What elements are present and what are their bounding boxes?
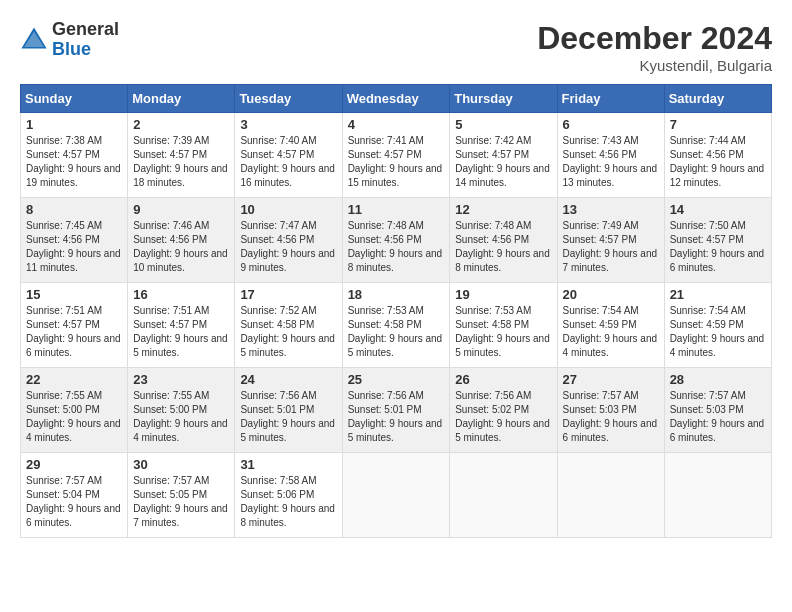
day-number: 4 <box>348 117 445 132</box>
calendar-cell: 3 Sunrise: 7:40 AMSunset: 4:57 PMDayligh… <box>235 113 342 198</box>
logo: General Blue <box>20 20 119 60</box>
calendar-cell: 8 Sunrise: 7:45 AMSunset: 4:56 PMDayligh… <box>21 198 128 283</box>
day-info: Sunrise: 7:51 AMSunset: 4:57 PMDaylight:… <box>26 304 122 360</box>
logo-blue: Blue <box>52 40 119 60</box>
day-info: Sunrise: 7:48 AMSunset: 4:56 PMDaylight:… <box>455 219 551 275</box>
calendar-cell: 18 Sunrise: 7:53 AMSunset: 4:58 PMDaylig… <box>342 283 450 368</box>
calendar-cell: 12 Sunrise: 7:48 AMSunset: 4:56 PMDaylig… <box>450 198 557 283</box>
calendar-cell: 1 Sunrise: 7:38 AMSunset: 4:57 PMDayligh… <box>21 113 128 198</box>
day-number: 10 <box>240 202 336 217</box>
calendar-week-3: 15 Sunrise: 7:51 AMSunset: 4:57 PMDaylig… <box>21 283 772 368</box>
calendar-week-1: 1 Sunrise: 7:38 AMSunset: 4:57 PMDayligh… <box>21 113 772 198</box>
day-number: 18 <box>348 287 445 302</box>
day-info: Sunrise: 7:52 AMSunset: 4:58 PMDaylight:… <box>240 304 336 360</box>
calendar-cell <box>557 453 664 538</box>
day-info: Sunrise: 7:40 AMSunset: 4:57 PMDaylight:… <box>240 134 336 190</box>
calendar-cell: 25 Sunrise: 7:56 AMSunset: 5:01 PMDaylig… <box>342 368 450 453</box>
calendar-cell: 13 Sunrise: 7:49 AMSunset: 4:57 PMDaylig… <box>557 198 664 283</box>
day-info: Sunrise: 7:50 AMSunset: 4:57 PMDaylight:… <box>670 219 766 275</box>
day-info: Sunrise: 7:54 AMSunset: 4:59 PMDaylight:… <box>670 304 766 360</box>
calendar-cell: 29 Sunrise: 7:57 AMSunset: 5:04 PMDaylig… <box>21 453 128 538</box>
day-number: 17 <box>240 287 336 302</box>
logo-icon <box>20 26 48 54</box>
day-number: 31 <box>240 457 336 472</box>
day-number: 21 <box>670 287 766 302</box>
day-info: Sunrise: 7:56 AMSunset: 5:02 PMDaylight:… <box>455 389 551 445</box>
day-number: 13 <box>563 202 659 217</box>
day-number: 20 <box>563 287 659 302</box>
calendar-cell: 31 Sunrise: 7:58 AMSunset: 5:06 PMDaylig… <box>235 453 342 538</box>
day-info: Sunrise: 7:46 AMSunset: 4:56 PMDaylight:… <box>133 219 229 275</box>
weekday-header-thursday: Thursday <box>450 85 557 113</box>
day-number: 28 <box>670 372 766 387</box>
calendar-cell: 19 Sunrise: 7:53 AMSunset: 4:58 PMDaylig… <box>450 283 557 368</box>
day-info: Sunrise: 7:57 AMSunset: 5:03 PMDaylight:… <box>563 389 659 445</box>
weekday-header-sunday: Sunday <box>21 85 128 113</box>
calendar-cell: 27 Sunrise: 7:57 AMSunset: 5:03 PMDaylig… <box>557 368 664 453</box>
calendar-week-5: 29 Sunrise: 7:57 AMSunset: 5:04 PMDaylig… <box>21 453 772 538</box>
calendar-cell: 26 Sunrise: 7:56 AMSunset: 5:02 PMDaylig… <box>450 368 557 453</box>
calendar-cell: 4 Sunrise: 7:41 AMSunset: 4:57 PMDayligh… <box>342 113 450 198</box>
weekday-header-wednesday: Wednesday <box>342 85 450 113</box>
day-info: Sunrise: 7:48 AMSunset: 4:56 PMDaylight:… <box>348 219 445 275</box>
calendar-cell: 14 Sunrise: 7:50 AMSunset: 4:57 PMDaylig… <box>664 198 771 283</box>
day-number: 12 <box>455 202 551 217</box>
day-number: 25 <box>348 372 445 387</box>
day-info: Sunrise: 7:55 AMSunset: 5:00 PMDaylight:… <box>133 389 229 445</box>
day-info: Sunrise: 7:58 AMSunset: 5:06 PMDaylight:… <box>240 474 336 530</box>
day-number: 11 <box>348 202 445 217</box>
day-info: Sunrise: 7:56 AMSunset: 5:01 PMDaylight:… <box>348 389 445 445</box>
day-info: Sunrise: 7:57 AMSunset: 5:04 PMDaylight:… <box>26 474 122 530</box>
day-info: Sunrise: 7:45 AMSunset: 4:56 PMDaylight:… <box>26 219 122 275</box>
calendar-cell <box>342 453 450 538</box>
calendar-cell: 9 Sunrise: 7:46 AMSunset: 4:56 PMDayligh… <box>128 198 235 283</box>
calendar-cell: 15 Sunrise: 7:51 AMSunset: 4:57 PMDaylig… <box>21 283 128 368</box>
calendar-week-4: 22 Sunrise: 7:55 AMSunset: 5:00 PMDaylig… <box>21 368 772 453</box>
day-number: 30 <box>133 457 229 472</box>
day-info: Sunrise: 7:56 AMSunset: 5:01 PMDaylight:… <box>240 389 336 445</box>
header: General Blue December 2024 Kyustendil, B… <box>20 20 772 74</box>
calendar-cell: 23 Sunrise: 7:55 AMSunset: 5:00 PMDaylig… <box>128 368 235 453</box>
calendar-cell: 6 Sunrise: 7:43 AMSunset: 4:56 PMDayligh… <box>557 113 664 198</box>
day-info: Sunrise: 7:57 AMSunset: 5:05 PMDaylight:… <box>133 474 229 530</box>
weekday-header-friday: Friday <box>557 85 664 113</box>
calendar-cell <box>450 453 557 538</box>
day-number: 23 <box>133 372 229 387</box>
calendar-cell: 16 Sunrise: 7:51 AMSunset: 4:57 PMDaylig… <box>128 283 235 368</box>
day-info: Sunrise: 7:49 AMSunset: 4:57 PMDaylight:… <box>563 219 659 275</box>
calendar-cell: 22 Sunrise: 7:55 AMSunset: 5:00 PMDaylig… <box>21 368 128 453</box>
calendar-cell: 20 Sunrise: 7:54 AMSunset: 4:59 PMDaylig… <box>557 283 664 368</box>
day-number: 24 <box>240 372 336 387</box>
calendar-cell: 28 Sunrise: 7:57 AMSunset: 5:03 PMDaylig… <box>664 368 771 453</box>
day-info: Sunrise: 7:44 AMSunset: 4:56 PMDaylight:… <box>670 134 766 190</box>
location: Kyustendil, Bulgaria <box>537 57 772 74</box>
day-number: 9 <box>133 202 229 217</box>
day-number: 6 <box>563 117 659 132</box>
day-number: 3 <box>240 117 336 132</box>
day-number: 7 <box>670 117 766 132</box>
day-number: 19 <box>455 287 551 302</box>
calendar-cell: 11 Sunrise: 7:48 AMSunset: 4:56 PMDaylig… <box>342 198 450 283</box>
title-area: December 2024 Kyustendil, Bulgaria <box>537 20 772 74</box>
calendar-cell: 30 Sunrise: 7:57 AMSunset: 5:05 PMDaylig… <box>128 453 235 538</box>
day-info: Sunrise: 7:53 AMSunset: 4:58 PMDaylight:… <box>455 304 551 360</box>
calendar-week-2: 8 Sunrise: 7:45 AMSunset: 4:56 PMDayligh… <box>21 198 772 283</box>
weekday-header-saturday: Saturday <box>664 85 771 113</box>
logo-general: General <box>52 20 119 40</box>
day-number: 15 <box>26 287 122 302</box>
calendar-cell: 10 Sunrise: 7:47 AMSunset: 4:56 PMDaylig… <box>235 198 342 283</box>
day-number: 2 <box>133 117 229 132</box>
day-number: 8 <box>26 202 122 217</box>
day-info: Sunrise: 7:53 AMSunset: 4:58 PMDaylight:… <box>348 304 445 360</box>
calendar-cell <box>664 453 771 538</box>
day-info: Sunrise: 7:38 AMSunset: 4:57 PMDaylight:… <box>26 134 122 190</box>
weekday-header-tuesday: Tuesday <box>235 85 342 113</box>
day-number: 1 <box>26 117 122 132</box>
weekday-header-monday: Monday <box>128 85 235 113</box>
day-info: Sunrise: 7:51 AMSunset: 4:57 PMDaylight:… <box>133 304 229 360</box>
day-info: Sunrise: 7:42 AMSunset: 4:57 PMDaylight:… <box>455 134 551 190</box>
calendar-cell: 17 Sunrise: 7:52 AMSunset: 4:58 PMDaylig… <box>235 283 342 368</box>
day-info: Sunrise: 7:43 AMSunset: 4:56 PMDaylight:… <box>563 134 659 190</box>
day-info: Sunrise: 7:39 AMSunset: 4:57 PMDaylight:… <box>133 134 229 190</box>
day-info: Sunrise: 7:47 AMSunset: 4:56 PMDaylight:… <box>240 219 336 275</box>
